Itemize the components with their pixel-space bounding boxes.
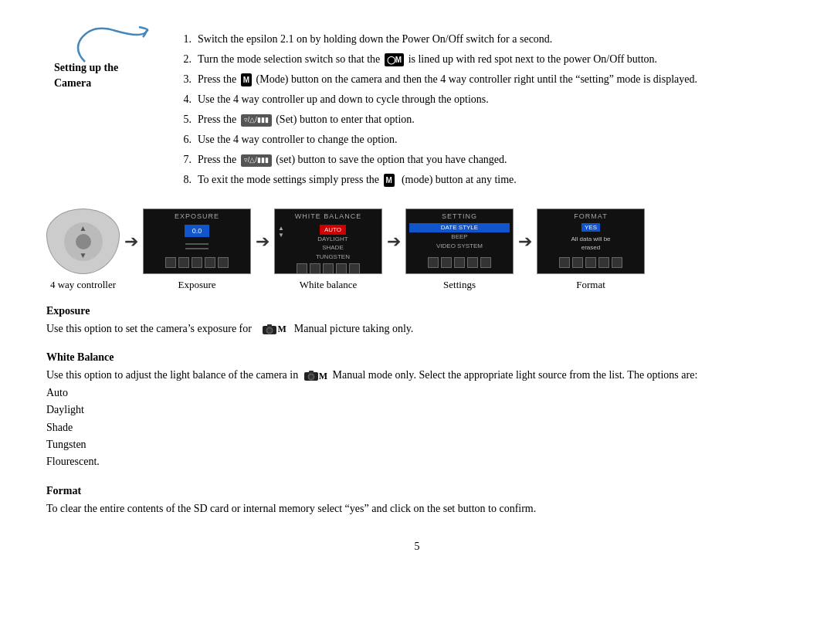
wb-option-tungsten: Tungsten bbox=[46, 436, 788, 453]
format-heading: Format bbox=[46, 485, 788, 497]
controller-up-arrow: ▲ bbox=[80, 224, 87, 232]
wb-option-flourescent: Flourescent. bbox=[46, 453, 788, 470]
mode-button-icon: M bbox=[241, 73, 252, 86]
wb-title: WHITE BALANCE bbox=[295, 212, 362, 220]
wb-tungsten: TUNGSTEN bbox=[316, 253, 350, 261]
flow-item-format: FORMAT YES All data will beerased Format bbox=[537, 208, 645, 291]
flow-label-format: Format bbox=[576, 279, 605, 291]
step-8: 8. To exit the mode settings simply pres… bbox=[170, 171, 788, 188]
format-icon-2 bbox=[572, 257, 583, 268]
exposure-icon-2 bbox=[178, 257, 189, 268]
camera-mode-icon: ◯M bbox=[385, 53, 404, 66]
screen-exposure: EXPOSURE 0.0 bbox=[143, 208, 251, 274]
step-3: 3. Press the M (Mode) button on the came… bbox=[170, 71, 788, 87]
wb-option-shade: Shade bbox=[46, 419, 788, 436]
flow-arrow-4: ➔ bbox=[518, 232, 532, 269]
steps-list: 1. Switch the epsilon 2.1 on by holding … bbox=[170, 31, 788, 192]
white-balance-text: Use this option to adjust the light bala… bbox=[46, 367, 788, 384]
white-balance-section: White Balance Use this option to adjust … bbox=[46, 351, 788, 470]
format-title: FORMAT bbox=[574, 212, 607, 220]
flow-arrow-2: ➔ bbox=[256, 232, 270, 269]
flow-item-controller: ▲ ▼ 4 way controller bbox=[46, 208, 120, 291]
wb-option-daylight: Daylight bbox=[46, 402, 788, 419]
set-button-icon-7: ▿/△/▮▮▮ bbox=[241, 154, 272, 167]
step-4: 4. Use the 4 way controller up and down … bbox=[170, 91, 788, 107]
step-5: 5. Press the ▿/△/▮▮▮ (Set) button to ent… bbox=[170, 111, 788, 127]
format-icons-row bbox=[557, 255, 625, 270]
format-icon-3 bbox=[585, 257, 596, 268]
exposure-icon-1 bbox=[165, 257, 176, 268]
settings-title: SETTING bbox=[442, 212, 477, 220]
controller-center bbox=[76, 234, 91, 249]
exposure-icons-row bbox=[163, 255, 231, 270]
wb-daylight: DAYLIGHT bbox=[317, 235, 348, 243]
svg-rect-1 bbox=[267, 324, 272, 327]
settings-icon-2 bbox=[441, 257, 452, 268]
flow-arrow-3: ➔ bbox=[387, 232, 401, 269]
settings-date-style: DATE STYLE bbox=[409, 223, 510, 232]
format-text: To clear the entire contents of the SD c… bbox=[46, 500, 788, 517]
settings-video: VIDEO SYSTEM bbox=[436, 242, 483, 251]
format-section: Format To clear the entire contents of t… bbox=[46, 485, 788, 517]
exposure-title: EXPOSURE bbox=[175, 212, 219, 220]
step-6: 6. Use the 4 way controller to change th… bbox=[170, 131, 788, 147]
exposure-icon-3 bbox=[192, 257, 202, 268]
wb-icon-3 bbox=[323, 263, 334, 274]
exposure-icon-5 bbox=[218, 257, 229, 268]
flow-label-wb: White balance bbox=[300, 279, 358, 291]
exposure-heading: Exposure bbox=[46, 305, 788, 317]
format-description: All data will beerased bbox=[571, 235, 610, 252]
page-number: 5 bbox=[46, 541, 788, 553]
controller-inner: ▲ ▼ bbox=[64, 222, 103, 261]
flow-item-wb: WHITE BALANCE ▲ ▼ AUTO DAYLIGHT SHADE TU… bbox=[274, 208, 382, 291]
screen-settings: SETTING DATE STYLE BEEP VIDEO SYSTEM bbox=[405, 208, 514, 274]
header-section: Setting up the Camera 1. Switch the epsi… bbox=[46, 31, 788, 192]
wb-options-list: Auto Daylight Shade Tungsten Flourescent… bbox=[46, 385, 788, 471]
svg-rect-5 bbox=[309, 371, 314, 374]
svg-point-7 bbox=[310, 375, 313, 378]
settings-icons-row bbox=[425, 255, 493, 270]
swirl-decoration bbox=[70, 23, 154, 66]
screen-format: FORMAT YES All data will beerased bbox=[537, 208, 645, 274]
step-1: 1. Switch the epsilon 2.1 on by holding … bbox=[170, 31, 788, 47]
header-left: Setting up the Camera bbox=[46, 31, 170, 90]
white-balance-heading: White Balance bbox=[46, 351, 788, 364]
exposure-text: Use this option to set the camera’s expo… bbox=[46, 320, 788, 337]
controller-down-arrow: ▼ bbox=[80, 251, 87, 259]
format-yes: YES bbox=[581, 223, 600, 232]
settings-icon-5 bbox=[480, 257, 491, 268]
settings-icon-3 bbox=[454, 257, 465, 268]
format-icon-1 bbox=[559, 257, 570, 268]
wb-shade: SHADE bbox=[322, 243, 344, 252]
flow-section: ▲ ▼ 4 way controller ➔ EXPOSURE 0.0 bbox=[46, 208, 788, 291]
wb-icon-1 bbox=[297, 263, 307, 274]
controller-image: ▲ ▼ bbox=[46, 208, 120, 274]
step-2: 2. Turn the mode selection switch so tha… bbox=[170, 51, 788, 67]
exposure-value: 0.0 bbox=[185, 225, 210, 237]
wb-icon-5 bbox=[349, 263, 360, 274]
settings-icon-1 bbox=[428, 257, 439, 268]
settings-icon-4 bbox=[467, 257, 478, 268]
camera-m-icon-wb: M bbox=[303, 369, 327, 384]
wb-icon-4 bbox=[336, 263, 347, 274]
format-icon-4 bbox=[598, 257, 609, 268]
settings-beep: BEEP bbox=[451, 232, 467, 242]
wb-option-auto: Auto bbox=[46, 385, 788, 402]
wb-icons-row bbox=[294, 261, 362, 274]
exposure-icon-4 bbox=[205, 257, 215, 268]
step-7: 7. Press the ▿/△/▮▮▮ (set) button to sav… bbox=[170, 151, 788, 168]
flow-arrow-1: ➔ bbox=[124, 232, 138, 269]
flow-label-settings: Settings bbox=[443, 279, 476, 291]
svg-point-3 bbox=[268, 329, 271, 332]
exposure-section: Exposure Use this option to set the came… bbox=[46, 305, 788, 337]
mode-button-icon-8: M bbox=[384, 174, 395, 187]
format-icon-5 bbox=[612, 257, 622, 268]
camera-m-icon-exposure: M bbox=[262, 322, 286, 337]
wb-auto: AUTO bbox=[320, 225, 346, 235]
wb-icon-2 bbox=[310, 263, 320, 274]
flow-label-controller: 4 way controller bbox=[50, 279, 116, 291]
screen-wb: WHITE BALANCE ▲ ▼ AUTO DAYLIGHT SHADE TU… bbox=[274, 208, 382, 274]
set-button-icon-5: ▿/△/▮▮▮ bbox=[241, 114, 272, 127]
flow-item-exposure: EXPOSURE 0.0 Exposure bbox=[143, 208, 251, 291]
flow-label-exposure: Exposure bbox=[178, 279, 215, 291]
